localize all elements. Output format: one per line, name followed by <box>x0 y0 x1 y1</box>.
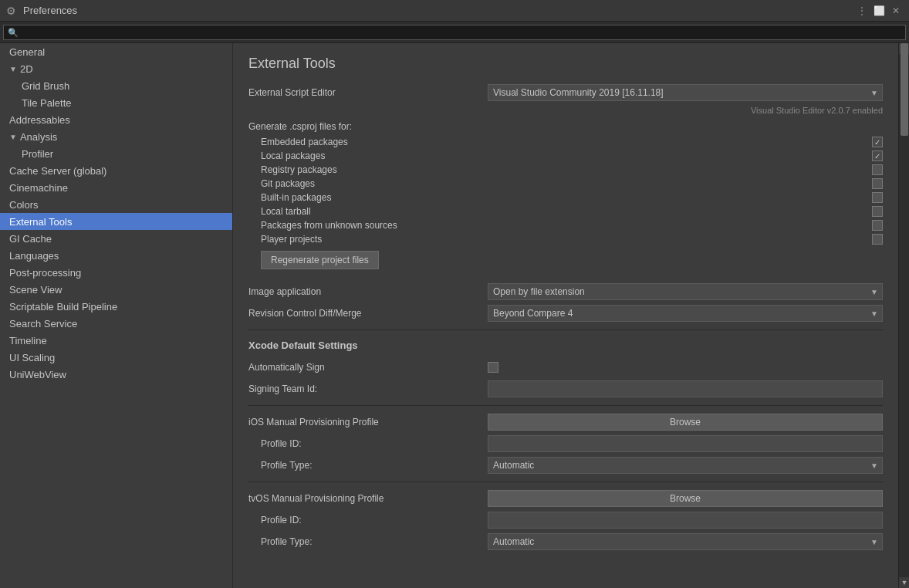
tvos-browse-button[interactable]: Browse <box>488 490 883 507</box>
sidebar-label-analysis: Analysis <box>20 131 57 143</box>
sidebar-item-tile-palette[interactable]: Tile Palette <box>0 94 232 111</box>
signing-team-label: Signing Team Id: <box>248 384 488 394</box>
sidebar-item-scene-view[interactable]: Scene View <box>0 281 232 298</box>
sidebar-item-gi-cache[interactable]: GI Cache <box>0 230 232 247</box>
sidebar-label-scriptable-build: Scriptable Build Pipeline <box>9 301 117 313</box>
close-button[interactable]: ✕ <box>889 4 903 18</box>
tvos-profile-id-row: Profile ID: <box>248 512 883 529</box>
ios-profile-id-input-wrapper <box>488 435 883 452</box>
sidebar-item-search-service[interactable]: Search Service <box>0 315 232 332</box>
scrollbar[interactable]: ▲ ▼ <box>898 43 909 588</box>
script-editor-dropdown[interactable]: Visual Studio Community 2019 [16.11.18] <box>488 84 883 101</box>
tvos-profile-id-input[interactable] <box>488 512 883 529</box>
sidebar-item-analysis[interactable]: ▼ Analysis <box>0 128 232 145</box>
sidebar-label-addressables: Addressables <box>9 114 70 126</box>
section-divider-2 <box>248 405 883 406</box>
tvos-provision-label: tvOS Manual Provisioning Profile <box>248 493 488 504</box>
sidebar-item-post-processing[interactable]: Post-processing <box>0 264 232 281</box>
sidebar-label-tile-palette: Tile Palette <box>22 97 72 109</box>
sidebar-item-timeline[interactable]: Timeline <box>0 332 232 349</box>
sidebar-label-ui-scaling: UI Scaling <box>9 352 55 363</box>
auto-sign-row: Automatically Sign <box>248 359 883 376</box>
ios-provision-label: iOS Manual Provisioning Profile <box>248 417 488 427</box>
sidebar-item-general[interactable]: General <box>0 43 232 60</box>
revision-control-dropdown-wrapper: Beyond Compare 4 ▼ <box>488 305 883 322</box>
image-app-dropdown-wrapper: Open by file extension ▼ <box>488 283 883 300</box>
checkbox-builtin[interactable] <box>872 192 883 203</box>
tvos-profile-type-dropdown[interactable]: Automatic <box>488 533 883 550</box>
revision-control-dropdown[interactable]: Beyond Compare 4 <box>488 305 883 322</box>
checkbox-label-player-projects: Player projects <box>261 234 485 245</box>
scroll-thumb[interactable] <box>901 43 908 136</box>
search-input[interactable] <box>3 25 906 40</box>
signing-team-row: Signing Team Id: <box>248 380 883 397</box>
checkbox-label-local-tarball: Local tarball <box>261 206 485 217</box>
sidebar-label-grid-brush: Grid Brush <box>22 80 69 92</box>
arrow-analysis: ▼ <box>9 133 17 141</box>
checkbox-git[interactable] <box>872 178 883 189</box>
sidebar-item-ui-scaling[interactable]: UI Scaling <box>0 349 232 366</box>
sidebar-label-external-tools: External Tools <box>9 216 72 228</box>
sidebar-item-grid-brush[interactable]: Grid Brush <box>0 77 232 94</box>
checkmark-embedded: ✓ <box>874 138 880 147</box>
sidebar-item-uniwebview[interactable]: UniWebView <box>0 366 232 383</box>
signing-team-input[interactable] <box>488 380 883 397</box>
checkbox-player-projects[interactable] <box>872 234 883 245</box>
tvos-profile-id-input-wrapper <box>488 512 883 529</box>
checkbox-label-registry: Registry packages <box>261 164 485 175</box>
auto-sign-checkbox-wrapper <box>488 362 883 373</box>
scroll-down-button[interactable]: ▼ <box>899 577 909 588</box>
image-app-label: Image application <box>248 286 488 297</box>
checkmark-local: ✓ <box>874 152 880 161</box>
checkbox-label-unknown-sources: Packages from unknown sources <box>261 220 485 231</box>
sidebar-item-colors[interactable]: Colors <box>0 196 232 213</box>
gear-icon: ⚙ <box>6 5 19 17</box>
checkbox-registry[interactable] <box>872 164 883 175</box>
ios-profile-type-label: Profile Type: <box>248 460 488 471</box>
sidebar-label-gi-cache: GI Cache <box>9 233 52 245</box>
sidebar-item-2d[interactable]: ▼ 2D <box>0 60 232 77</box>
checkbox-embedded[interactable]: ✓ <box>872 137 883 147</box>
revision-control-row: Revision Control Diff/Merge Beyond Compa… <box>248 305 883 322</box>
search-icon: 🔍 <box>8 27 19 37</box>
checkbox-local-tarball[interactable] <box>872 206 883 217</box>
menu-button[interactable]: ⋮ <box>855 4 869 18</box>
search-bar: 🔍 <box>0 22 909 43</box>
section-divider-3 <box>248 482 883 482</box>
checkbox-local[interactable]: ✓ <box>872 150 883 161</box>
title-bar-controls: ⋮ ⬜ ✕ <box>855 4 903 18</box>
regen-button[interactable]: Regenerate project files <box>261 251 379 269</box>
content-area: General ▼ 2D Grid Brush Tile Palette Add… <box>0 43 909 588</box>
checkbox-label-embedded: Embedded packages <box>261 137 485 147</box>
checkbox-unknown-sources[interactable] <box>872 220 883 231</box>
tvos-browse-wrapper: Browse <box>488 490 883 507</box>
maximize-button[interactable]: ⬜ <box>872 4 886 18</box>
ios-provision-row: iOS Manual Provisioning Profile Browse <box>248 414 883 431</box>
sidebar-label-post-processing: Post-processing <box>9 267 81 279</box>
ios-profile-id-row: Profile ID: <box>248 435 883 452</box>
generate-label: Generate .csproj files for: <box>248 121 883 132</box>
checkbox-auto-sign[interactable] <box>488 362 498 373</box>
title-bar: ⚙ Preferences ⋮ ⬜ ✕ <box>0 0 909 22</box>
sidebar-item-external-tools[interactable]: External Tools <box>0 213 232 230</box>
sidebar-item-cache-server[interactable]: Cache Server (global) <box>0 162 232 179</box>
sidebar-item-addressables[interactable]: Addressables <box>0 111 232 128</box>
sidebar-label-scene-view: Scene View <box>9 284 62 296</box>
sidebar-item-scriptable-build[interactable]: Scriptable Build Pipeline <box>0 298 232 315</box>
tvos-profile-type-row: Profile Type: Automatic ▼ <box>248 533 883 550</box>
checkbox-row-builtin: Built-in packages <box>248 192 883 203</box>
sidebar-label-uniwebview: UniWebView <box>9 369 66 380</box>
sidebar-label-profiler: Profiler <box>22 148 53 160</box>
sidebar-item-profiler[interactable]: Profiler <box>0 145 232 162</box>
ios-profile-type-dropdown[interactable]: Automatic <box>488 457 883 474</box>
checkbox-row-unknown-sources: Packages from unknown sources <box>248 220 883 231</box>
checkbox-label-builtin: Built-in packages <box>261 192 485 203</box>
ios-profile-id-input[interactable] <box>488 435 883 452</box>
checkbox-row-local: Local packages ✓ <box>248 150 883 161</box>
sidebar-item-cinemachine[interactable]: Cinemachine <box>0 179 232 196</box>
image-app-dropdown[interactable]: Open by file extension <box>488 283 883 300</box>
ios-browse-button[interactable]: Browse <box>488 414 883 431</box>
sidebar-label-colors: Colors <box>9 199 39 211</box>
sidebar-label-general: General <box>9 46 45 58</box>
sidebar-item-languages[interactable]: Languages <box>0 247 232 264</box>
